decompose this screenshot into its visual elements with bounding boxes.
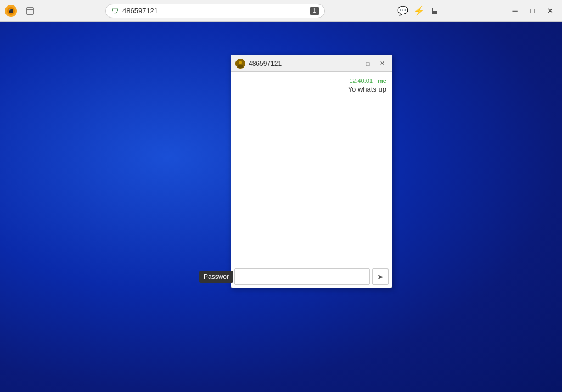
send-button[interactable]: ➤: [372, 268, 389, 285]
tab-badge: 1: [310, 7, 319, 15]
chat-message-input[interactable]: [234, 268, 370, 285]
message-sender: me: [378, 77, 386, 84]
shield-icon: 🛡: [111, 7, 119, 15]
window-controls: ─ □ ✕: [507, 4, 558, 18]
browser-logo-icon: [4, 4, 18, 18]
minimize-button[interactable]: ─: [507, 4, 522, 18]
address-text: 486597121: [122, 7, 307, 15]
chat-window-title: 486597121: [249, 60, 345, 68]
expand-button[interactable]: [23, 4, 37, 18]
password-tooltip: Passwor: [199, 271, 233, 283]
browser-toolbar: 🛡 486597121 1 💬 ⚡ 🖥 ─ □ ✕: [0, 0, 562, 22]
monitor-icon[interactable]: 🖥: [430, 6, 439, 16]
chat-close-button[interactable]: ✕: [376, 59, 387, 69]
chat-input-area: ➤: [231, 265, 392, 288]
desktop: 486597121 ─ □ ✕ 12:40:01 me Yo whats up …: [0, 22, 562, 392]
svg-rect-4: [27, 8, 33, 14]
message-group: 12:40:01 me Yo whats up: [237, 77, 386, 93]
chat-avatar: [235, 59, 245, 69]
chat-minimize-button[interactable]: ─: [348, 59, 359, 69]
message-meta: 12:40:01 me: [349, 77, 386, 84]
chat-messages-area: 12:40:01 me Yo whats up: [231, 72, 392, 265]
address-bar[interactable]: 🛡 486597121 1: [105, 4, 325, 18]
chat-restore-button[interactable]: □: [362, 59, 373, 69]
message-bubble: Yo whats up: [348, 85, 386, 93]
message-text: Yo whats up: [348, 85, 386, 93]
message-time: 12:40:01: [349, 77, 373, 84]
svg-point-8: [238, 65, 243, 68]
chat-icon[interactable]: 💬: [397, 5, 408, 16]
send-icon: ➤: [377, 272, 384, 281]
chat-window: 486597121 ─ □ ✕ 12:40:01 me Yo whats up …: [231, 55, 392, 288]
svg-point-3: [9, 9, 11, 10]
chat-titlebar: 486597121 ─ □ ✕: [231, 55, 392, 72]
browser-action-icons: 💬 ⚡ 🖥: [397, 5, 439, 16]
close-button[interactable]: ✕: [542, 4, 558, 18]
restore-button[interactable]: □: [525, 4, 540, 18]
tooltip-text: Passwor: [204, 273, 229, 281]
svg-point-7: [239, 61, 242, 64]
bolt-icon[interactable]: ⚡: [414, 5, 425, 16]
